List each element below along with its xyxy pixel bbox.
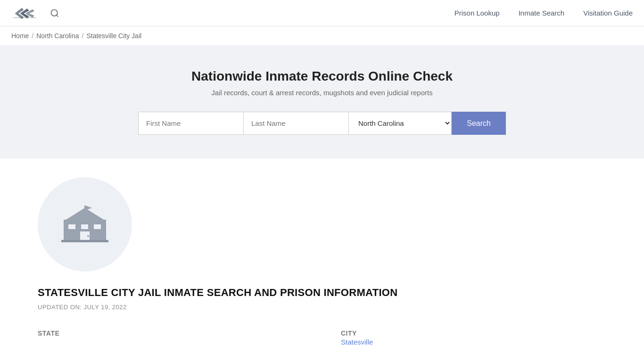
svg-rect-8 — [81, 224, 88, 229]
header-left — [11, 3, 62, 23]
svg-line-2 — [57, 15, 58, 16]
facility-building-icon — [57, 201, 113, 248]
state-select[interactable]: AlabamaAlaskaArizonaArkansasCaliforniaCo… — [349, 112, 452, 135]
facility-title: STATESVILLE CITY JAIL INMATE SEARCH AND … — [38, 287, 606, 299]
last-name-input[interactable] — [243, 112, 349, 135]
updated-date: UPDATED ON: JULY 19, 2022 — [38, 304, 606, 311]
site-header: Prison Lookup Inmate Search Visitation G… — [0, 0, 644, 26]
city-value: Statesville — [341, 338, 606, 346]
svg-marker-5 — [66, 208, 104, 220]
main-nav: Prison Lookup Inmate Search Visitation G… — [454, 9, 633, 17]
first-name-input[interactable] — [138, 112, 243, 135]
hero-section: Nationwide Inmate Records Online Check J… — [0, 45, 644, 158]
header-search-button[interactable] — [47, 6, 62, 21]
search-button[interactable]: Search — [452, 112, 506, 135]
nav-visitation-guide[interactable]: Visitation Guide — [583, 9, 633, 17]
main-content: STATESVILLE CITY JAIL INMATE SEARCH AND … — [0, 158, 644, 362]
hero-title: Nationwide Inmate Records Online Check — [11, 69, 633, 84]
breadcrumb: Home / North Carolina / Statesville City… — [0, 26, 644, 45]
state-label: State — [38, 329, 303, 337]
breadcrumb-sep-1: / — [32, 32, 33, 40]
svg-point-11 — [87, 235, 89, 237]
breadcrumb-sep-2: / — [82, 32, 84, 40]
nav-prison-lookup[interactable]: Prison Lookup — [454, 9, 500, 17]
hero-subtitle: Jail records, court & arrest records, mu… — [11, 89, 633, 97]
breadcrumb-home[interactable]: Home — [11, 32, 29, 40]
logo-icon — [11, 3, 40, 23]
breadcrumb-facility: Statesville City Jail — [86, 32, 141, 40]
city-label: City — [341, 329, 606, 337]
logo[interactable] — [11, 3, 40, 23]
search-icon — [50, 8, 59, 18]
svg-rect-9 — [94, 224, 101, 229]
content-left: State — [38, 322, 303, 346]
content-right: City Statesville — [341, 322, 606, 346]
svg-rect-12 — [61, 240, 108, 242]
nav-inmate-search[interactable]: Inmate Search — [519, 9, 565, 17]
svg-point-1 — [51, 9, 58, 16]
svg-rect-7 — [68, 224, 75, 229]
content-grid: State City Statesville — [38, 322, 606, 346]
search-bar: AlabamaAlaskaArizonaArkansasCaliforniaCo… — [138, 112, 506, 135]
facility-icon-circle — [38, 177, 132, 272]
breadcrumb-state[interactable]: North Carolina — [36, 32, 79, 40]
